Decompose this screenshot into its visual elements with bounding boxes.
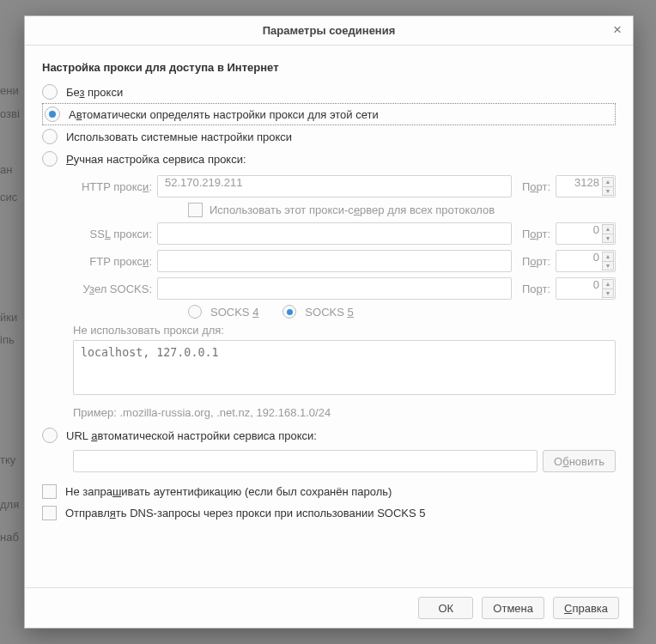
radio-row-manual-proxy[interactable]: Ручная настройка сервиса прокси: [42, 148, 616, 170]
section-title: Настройка прокси для доступа в Интернет [42, 61, 616, 74]
ssl-proxy-label: SSL прокси: [73, 228, 152, 240]
socks-version-row: SOCKS 4 SOCKS 5 [188, 305, 616, 319]
ftp-proxy-input[interactable] [157, 250, 512, 272]
no-auth-prompt-label: Не запрашивать аутентификацию (если был … [65, 485, 392, 498]
pac-row: Обновить [73, 450, 616, 472]
radio-auto-detect-label: Автоматически определять настройки прокс… [69, 108, 379, 121]
radio-socks5-label: SOCKS 5 [305, 306, 353, 319]
ssl-port-label: Порт: [522, 228, 550, 240]
dns-socks5-label: Отправлять DNS-запросы через прокси при … [65, 507, 425, 519]
no-auth-prompt-row[interactable]: Не запрашивать аутентификацию (если был … [42, 484, 616, 499]
radio-system-proxy[interactable] [42, 129, 58, 144]
backdrop: ени озві ан сис йки іпь тку для наб Пара… [0, 0, 656, 644]
radio-pac-label: URL автоматической настройки сервиса про… [66, 429, 317, 442]
http-proxy-input[interactable]: 52.170.219.211 [157, 175, 512, 197]
ssl-proxy-input[interactable] [157, 222, 512, 245]
radio-no-proxy[interactable] [42, 84, 58, 100]
connection-settings-dialog: Параметры соединения × Настройка прокси … [24, 15, 634, 629]
ok-button[interactable]: ОК [418, 597, 473, 619]
radio-row-pac[interactable]: URL автоматической настройки сервиса про… [42, 424, 616, 447]
radio-pac[interactable] [42, 428, 58, 443]
http-proxy-row: HTTP прокси: 52.170.219.211 Порт: 3128 ▲… [73, 175, 616, 197]
use-for-all-checkbox[interactable] [188, 203, 203, 217]
use-for-all-row[interactable]: Использовать этот прокси-сервер для всех… [188, 203, 616, 217]
ssl-proxy-row: SSL прокси: Порт: 0 ▲▼ [73, 222, 616, 245]
cancel-button[interactable]: Отмена [482, 597, 544, 619]
socks-port-spinner[interactable]: ▲▼ [602, 279, 614, 298]
http-port-spinner[interactable]: ▲▼ [602, 177, 614, 196]
help-button[interactable]: Справка [553, 597, 619, 619]
radio-row-auto-detect[interactable]: Автоматически определять настройки прокс… [42, 103, 616, 125]
ftp-port-label: Порт: [522, 255, 550, 268]
no-proxy-example: Пример: .mozilla-russia.org, .net.nz, 19… [73, 406, 616, 419]
ssl-port-spinner[interactable]: ▲▼ [602, 224, 614, 243]
dialog-footer: ОК Отмена Справка [25, 587, 633, 628]
use-for-all-label: Использовать этот прокси-сервер для всех… [210, 204, 495, 216]
dialog-title: Параметры соединения [263, 24, 396, 37]
dns-socks5-checkbox[interactable] [42, 506, 57, 520]
http-port-label: Порт: [522, 180, 550, 193]
socks-proxy-label: Узел SOCKS: [73, 283, 152, 295]
pac-url-input[interactable] [73, 450, 538, 472]
ftp-port-spinner[interactable]: ▲▼ [602, 252, 614, 270]
radio-row-system-proxy[interactable]: Использовать системные настройки прокси [42, 125, 616, 148]
radio-row-no-proxy[interactable]: Без прокси [42, 81, 616, 103]
radio-system-proxy-label: Использовать системные настройки прокси [66, 131, 292, 143]
dialog-titlebar: Параметры соединения × [25, 16, 633, 46]
socks-proxy-input[interactable] [157, 277, 512, 300]
ftp-proxy-label: FTP прокси: [73, 255, 152, 268]
no-auth-prompt-checkbox[interactable] [42, 484, 57, 499]
radio-auto-detect[interactable] [45, 106, 60, 122]
manual-proxy-group: HTTP прокси: 52.170.219.211 Порт: 3128 ▲… [73, 175, 616, 419]
radio-no-proxy-label: Без прокси [66, 86, 123, 99]
dialog-content: Настройка прокси для доступа в Интернет … [25, 46, 633, 587]
close-icon[interactable]: × [609, 21, 626, 39]
dns-socks5-row[interactable]: Отправлять DNS-запросы через прокси при … [42, 506, 616, 520]
socks-port-label: Порт: [522, 283, 550, 295]
socks-proxy-row: Узел SOCKS: Порт: 0 ▲▼ [73, 277, 616, 300]
radio-socks4-label: SOCKS 4 [210, 306, 258, 319]
ftp-proxy-row: FTP прокси: Порт: 0 ▲▼ [73, 250, 616, 272]
no-proxy-for-input[interactable] [73, 340, 616, 395]
radio-manual-proxy-label: Ручная настройка сервиса прокси: [66, 153, 246, 166]
radio-manual-proxy[interactable] [42, 151, 58, 167]
reload-button[interactable]: Обновить [543, 450, 616, 472]
http-proxy-label: HTTP прокси: [73, 180, 152, 193]
radio-socks4[interactable] [188, 305, 202, 319]
radio-socks5[interactable] [282, 305, 296, 319]
no-proxy-for-label: Не использовать прокси для: [73, 324, 616, 337]
